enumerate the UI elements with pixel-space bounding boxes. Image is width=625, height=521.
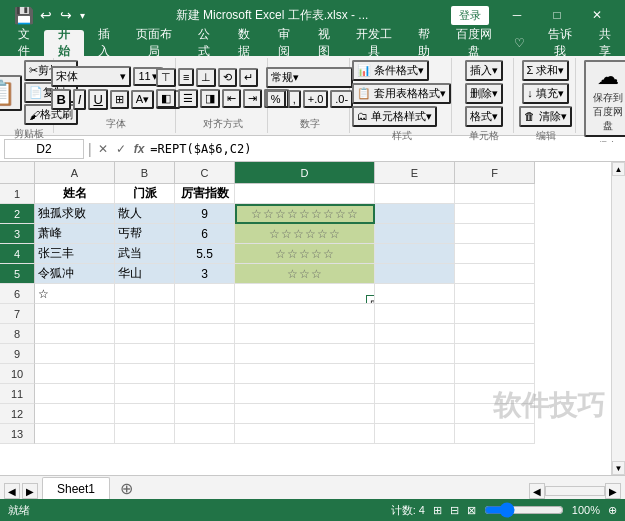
cell-F1[interactable]: [455, 184, 535, 204]
cell-D1[interactable]: [235, 184, 375, 204]
row-header-2[interactable]: 2: [0, 204, 35, 224]
delete-cells-button[interactable]: 删除▾: [465, 83, 503, 104]
col-header-E[interactable]: E: [375, 162, 455, 184]
comma-button[interactable]: ,: [288, 90, 301, 108]
tab-heart[interactable]: ♡: [504, 30, 535, 56]
sheet-prev-button[interactable]: ◀: [4, 483, 20, 499]
login-button[interactable]: 登录: [451, 6, 489, 25]
row-header-4[interactable]: 4: [0, 244, 35, 264]
table-format-button[interactable]: 📋 套用表格格式▾: [352, 83, 451, 104]
cell-E3[interactable]: [375, 224, 455, 244]
dec-inc-button[interactable]: +.0: [303, 90, 329, 108]
align-left-button[interactable]: ◧: [156, 89, 176, 108]
border-button[interactable]: ⊞: [110, 90, 129, 109]
col-header-A[interactable]: A: [35, 162, 115, 184]
redo-button[interactable]: ↪: [58, 7, 74, 23]
cell-F2[interactable]: [455, 204, 535, 224]
row-header-9[interactable]: 9: [0, 344, 35, 364]
cell-B6[interactable]: [115, 284, 175, 304]
cancel-icon[interactable]: ✕: [96, 142, 110, 156]
cell-C5[interactable]: 3: [175, 264, 235, 284]
cell-C11[interactable]: [175, 384, 235, 404]
cell-C3[interactable]: 6: [175, 224, 235, 244]
cell-D11[interactable]: [235, 384, 375, 404]
cell-C13[interactable]: [175, 424, 235, 444]
underline-button[interactable]: U: [88, 89, 107, 110]
percent-button[interactable]: %: [266, 90, 286, 108]
undo-button[interactable]: ↩: [38, 7, 54, 23]
scroll-up-button[interactable]: ▲: [612, 162, 625, 176]
row-header-6[interactable]: 6: [0, 284, 35, 304]
fx-icon[interactable]: fx: [132, 142, 147, 156]
cell-C4[interactable]: 5.5: [175, 244, 235, 264]
row-header-10[interactable]: 10: [0, 364, 35, 384]
cell-A1[interactable]: 姓名: [35, 184, 115, 204]
horizontal-scrollbar[interactable]: ◀ ▶: [139, 483, 625, 499]
cell-B12[interactable]: [115, 404, 175, 424]
cell-E6[interactable]: [375, 284, 455, 304]
cell-F6[interactable]: [455, 284, 535, 304]
tab-help[interactable]: 帮助: [404, 30, 444, 56]
text-direction-button[interactable]: ⟲: [218, 68, 237, 87]
h-scroll-track[interactable]: [545, 486, 605, 496]
row-header-5[interactable]: 5: [0, 264, 35, 284]
row-header-1[interactable]: 1: [0, 184, 35, 204]
scroll-right-button[interactable]: ▶: [605, 483, 621, 499]
insert-cells-button[interactable]: 插入▾: [465, 60, 503, 81]
cell-D8[interactable]: [235, 324, 375, 344]
cell-D4[interactable]: ☆☆☆☆☆: [235, 244, 375, 264]
cell-D3[interactable]: ☆☆☆☆☆☆: [235, 224, 375, 244]
row-header-12[interactable]: 12: [0, 404, 35, 424]
page-layout-icon[interactable]: ⊟: [450, 504, 459, 517]
dec-dec-button[interactable]: .0-: [330, 90, 353, 108]
cell-B10[interactable]: [115, 364, 175, 384]
auto-fill-handle[interactable]: ⊞: [366, 295, 375, 304]
conditional-format-button[interactable]: 📊 条件格式▾: [352, 60, 429, 81]
tab-view[interactable]: 视图: [304, 30, 344, 56]
tab-share[interactable]: 共享: [585, 30, 625, 56]
scroll-left-button[interactable]: ◀: [529, 483, 545, 499]
cell-F9[interactable]: [455, 344, 535, 364]
cell-D10[interactable]: [235, 364, 375, 384]
save-baidu-button[interactable]: ☁ 保存到百度网盘: [584, 60, 625, 137]
align-middle-button[interactable]: ≡: [178, 68, 194, 86]
cell-A8[interactable]: [35, 324, 115, 344]
cell-A10[interactable]: [35, 364, 115, 384]
cell-B2[interactable]: 散人: [115, 204, 175, 224]
cell-F5[interactable]: [455, 264, 535, 284]
tab-developer[interactable]: 开发工具: [344, 30, 404, 56]
cell-F3[interactable]: [455, 224, 535, 244]
cell-C1[interactable]: 厉害指数: [175, 184, 235, 204]
cell-C10[interactable]: [175, 364, 235, 384]
cell-E5[interactable]: [375, 264, 455, 284]
align-right-button[interactable]: ◨: [200, 89, 220, 108]
cell-C9[interactable]: [175, 344, 235, 364]
cell-B1[interactable]: 门派: [115, 184, 175, 204]
qa-dropdown[interactable]: ▾: [78, 10, 87, 21]
row-header-8[interactable]: 8: [0, 324, 35, 344]
cell-A12[interactable]: [35, 404, 115, 424]
col-header-B[interactable]: B: [115, 162, 175, 184]
italic-button[interactable]: I: [73, 89, 87, 110]
cell-A2[interactable]: 独孤求败: [35, 204, 115, 224]
scroll-track[interactable]: [612, 176, 625, 461]
cell-E11[interactable]: [375, 384, 455, 404]
cell-B9[interactable]: [115, 344, 175, 364]
confirm-icon[interactable]: ✓: [114, 142, 128, 156]
tab-review[interactable]: 审阅: [264, 30, 304, 56]
cell-E9[interactable]: [375, 344, 455, 364]
tab-page-layout[interactable]: 页面布局: [124, 30, 184, 56]
name-box[interactable]: D2: [4, 139, 84, 159]
sheet-tab-sheet1[interactable]: Sheet1: [42, 477, 110, 499]
cell-F12[interactable]: [455, 404, 535, 424]
vertical-scrollbar[interactable]: ▲ ▼: [611, 162, 625, 475]
font-name-dropdown[interactable]: 宋体▾: [51, 66, 131, 87]
col-header-C[interactable]: C: [175, 162, 235, 184]
cell-B4[interactable]: 武当: [115, 244, 175, 264]
cell-D6[interactable]: ⊞: [235, 284, 375, 304]
clear-button[interactable]: 🗑 清除▾: [519, 106, 571, 127]
cell-A9[interactable]: [35, 344, 115, 364]
bold-button[interactable]: B: [51, 89, 70, 110]
cell-D12[interactable]: [235, 404, 375, 424]
cell-A6[interactable]: ☆: [35, 284, 115, 304]
